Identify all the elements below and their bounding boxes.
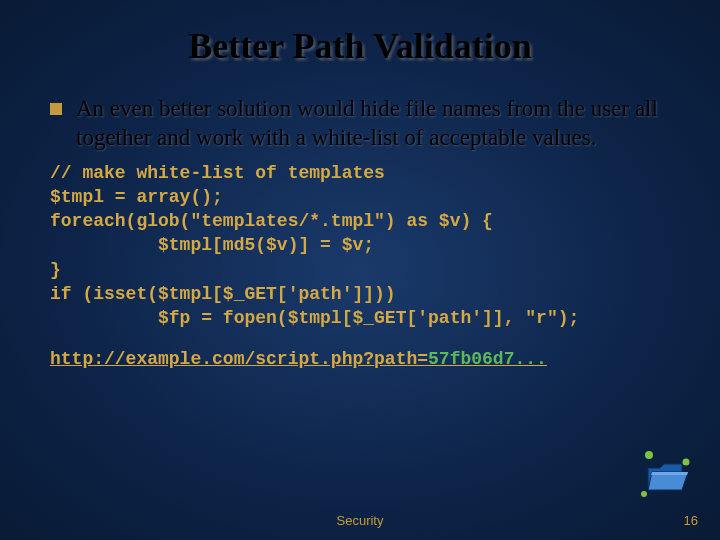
url-hash: 57fb06d7... [428,349,547,369]
bullet-item: An even better solution would hide file … [50,95,670,153]
page-number: 16 [684,513,698,528]
folder-icon [638,448,694,500]
svg-point-0 [645,451,653,459]
svg-point-1 [683,459,690,466]
footer-text: Security [0,513,720,528]
svg-point-2 [641,491,647,497]
code-block: // make white-list of templates $tmpl = … [50,161,670,331]
slide: Better Path Validation An even better so… [0,0,720,369]
url-example: http://example.com/script.php?path=57fb0… [50,349,670,369]
bullet-text: An even better solution would hide file … [76,95,670,153]
bullet-icon [50,103,62,115]
url-prefix: http://example.com/script.php?path= [50,349,428,369]
slide-title: Better Path Validation [50,25,670,67]
